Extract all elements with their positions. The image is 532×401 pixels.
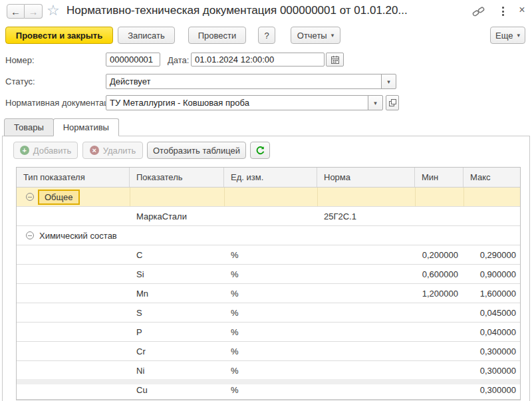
cell[interactable] (415, 323, 464, 341)
chevron-down-icon: ▾ (517, 32, 520, 39)
group-label: Общее (38, 190, 80, 205)
cell[interactable] (17, 284, 130, 303)
cell[interactable]: 1,200000 (415, 284, 464, 303)
cell[interactable]: МаркаСтали (130, 207, 224, 225)
table-row[interactable]: Si%0,6000000,900000 (17, 265, 520, 284)
cell[interactable]: 25Г2С.1 (317, 207, 415, 225)
more-menu-icon[interactable] (498, 6, 507, 17)
doc-dropdown-button[interactable]: ▾ (368, 95, 383, 110)
cell[interactable] (317, 284, 415, 303)
column-header-2[interactable]: Ед. изм. (224, 168, 317, 187)
cell[interactable] (415, 303, 464, 322)
post-button[interactable]: Провести (188, 27, 246, 44)
delete-button[interactable]: × Удалить (82, 142, 143, 159)
add-button[interactable]: + Добавить (13, 142, 78, 159)
cell[interactable]: % (224, 265, 317, 283)
more-button[interactable]: Еще▾ (490, 27, 525, 44)
group-row[interactable]: Общее (17, 188, 520, 207)
column-header-4[interactable]: Мин (415, 168, 464, 187)
doc-combobox[interactable]: ТУ Металлургия - Ковшовая проба (106, 95, 368, 110)
cell[interactable]: % (224, 342, 317, 360)
cell[interactable] (317, 265, 415, 283)
cell[interactable]: 1,600000 (464, 284, 521, 303)
status-dropdown-button[interactable]: ▾ (381, 74, 396, 89)
cell[interactable] (17, 207, 130, 225)
status-combobox[interactable]: Действует (106, 74, 382, 89)
number-input[interactable]: 000000001 (106, 53, 160, 67)
cell[interactable]: % (224, 245, 317, 264)
cell[interactable]: Cr (130, 342, 224, 360)
cross-icon: × (90, 146, 99, 155)
tab-normativy[interactable]: Нормативы (53, 118, 119, 136)
cell[interactable] (17, 342, 130, 360)
cell[interactable] (317, 361, 415, 380)
column-header-3[interactable]: Норма (317, 168, 415, 187)
nav-buttons: ← → (7, 4, 43, 19)
cell[interactable]: C (130, 245, 224, 264)
cell[interactable] (464, 207, 521, 225)
write-button[interactable]: Записать (118, 27, 175, 44)
refresh-icon (255, 146, 265, 156)
column-header-1[interactable]: Показатель (130, 168, 224, 187)
help-button[interactable]: ? (258, 27, 275, 44)
tab-tovary[interactable]: Товары (4, 118, 54, 136)
cell[interactable]: S (130, 303, 224, 322)
table-row[interactable]: C%0,2000000,290000 (17, 245, 520, 265)
table-row[interactable]: Mn%1,2000001,600000 (17, 284, 520, 303)
cell[interactable]: Ni (130, 361, 224, 380)
collapse-icon[interactable] (26, 231, 34, 239)
collapse-icon[interactable] (26, 193, 34, 201)
table-row[interactable]: Ni%0,300000 (17, 361, 520, 380)
cell[interactable]: 0,200000 (415, 245, 464, 264)
cell[interactable]: 0,040000 (464, 323, 521, 341)
refresh-button[interactable] (250, 142, 270, 159)
cell[interactable] (415, 361, 464, 380)
forward-button[interactable]: → (25, 4, 43, 19)
cell[interactable]: Mn (130, 284, 224, 303)
calendar-button[interactable] (326, 53, 344, 67)
group-row[interactable]: Химический состав (17, 226, 520, 245)
cell[interactable] (17, 323, 130, 341)
cell[interactable]: 0,600000 (415, 265, 464, 283)
post-and-close-button[interactable]: Провести и закрыть (5, 27, 113, 44)
close-icon[interactable]: × (516, 4, 528, 16)
column-header-0[interactable]: Тип показателя (17, 168, 130, 187)
column-header-5[interactable]: Макс (464, 168, 521, 187)
cell[interactable] (17, 303, 130, 322)
favorite-star-icon[interactable]: ☆ (47, 2, 60, 19)
chevron-down-icon: ▾ (331, 32, 334, 39)
cell[interactable] (317, 245, 415, 264)
cell[interactable]: Si (130, 265, 224, 283)
cell[interactable] (17, 245, 130, 264)
cell[interactable]: % (224, 323, 317, 341)
cell[interactable] (17, 361, 130, 380)
cell[interactable] (224, 207, 317, 225)
cell[interactable] (17, 265, 130, 283)
chevron-down-icon: ▾ (387, 78, 390, 85)
table-row[interactable]: P%0,040000 (17, 323, 520, 342)
cell[interactable]: 0,300000 (464, 361, 521, 380)
link-icon[interactable] (472, 6, 485, 17)
tab-content-panel: + Добавить × Удалить Отобразить таблицей… (2, 136, 530, 401)
table-row[interactable]: МаркаСтали25Г2С.1 (17, 207, 520, 226)
cell[interactable]: % (224, 361, 317, 380)
cell[interactable] (415, 342, 464, 360)
show-as-table-button[interactable]: Отобразить таблицей (147, 142, 246, 159)
cell[interactable]: 0,045000 (464, 303, 521, 322)
reports-button[interactable]: Отчеты▾ (291, 27, 340, 44)
table-row[interactable]: Cr%0,300000 (17, 342, 520, 361)
table-row[interactable]: S%0,045000 (17, 303, 520, 323)
cell[interactable] (317, 342, 415, 360)
cell[interactable] (317, 323, 415, 341)
cell[interactable]: % (224, 303, 317, 322)
cell[interactable] (317, 303, 415, 322)
cell[interactable] (415, 207, 464, 225)
cell[interactable]: 0,300000 (464, 342, 521, 360)
doc-open-button[interactable] (386, 95, 399, 110)
cell[interactable]: 0,900000 (464, 265, 521, 283)
cell[interactable]: 0,290000 (464, 245, 521, 264)
cell[interactable]: % (224, 284, 317, 303)
date-input[interactable]: 01.01.2024 12:00:00 (191, 53, 325, 67)
back-button[interactable]: ← (7, 4, 25, 19)
cell[interactable]: P (130, 323, 224, 341)
